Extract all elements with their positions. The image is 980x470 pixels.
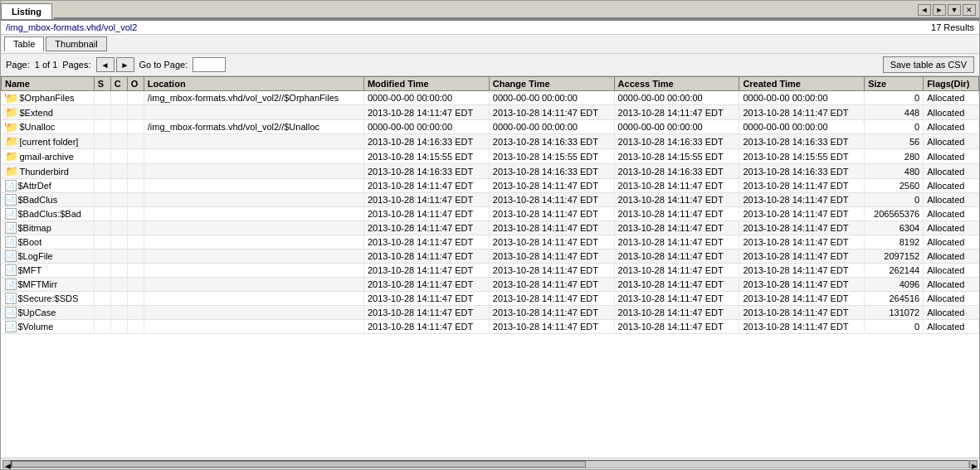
cell-name: 📄$AttrDef — [2, 179, 95, 193]
cell-s — [94, 164, 110, 179]
close-btn[interactable]: ✕ — [963, 4, 976, 16]
cell-change: 2013-10-28 14:16:33 EDT — [489, 164, 614, 179]
scroll-left-btn[interactable]: ◄ — [2, 460, 11, 468]
scroll-track[interactable] — [11, 460, 969, 468]
cell-modified: 2013-10-28 14:11:47 EDT — [363, 250, 489, 264]
cell-size: 0 — [865, 91, 924, 105]
table-row[interactable]: 📄$BadClus2013-10-28 14:11:47 EDT2013-10-… — [2, 193, 979, 207]
col-flags[interactable]: Flags(Dir) — [924, 77, 979, 91]
cell-flags: Allocated — [924, 120, 979, 134]
horizontal-scrollbar[interactable]: ◄ ► — [1, 458, 979, 469]
cell-s — [94, 193, 110, 207]
table-row[interactable]: 📄$Secure:$SDS2013-10-28 14:11:47 EDT2013… — [2, 292, 979, 306]
cell-access: 2013-10-28 14:11:47 EDT — [614, 250, 739, 264]
cell-change: 2013-10-28 14:11:47 EDT — [489, 235, 614, 250]
cell-size: 56 — [865, 134, 924, 149]
cell-o — [127, 91, 144, 105]
cell-change: 0000-00-00 00:00:00 — [489, 91, 614, 105]
table-row[interactable]: 📁 ! $Unalloc/img_mbox-formats.vhd/vol_vo… — [2, 120, 979, 134]
col-change[interactable]: Change Time — [489, 77, 614, 91]
col-s[interactable]: S — [94, 77, 110, 91]
cell-o — [127, 292, 144, 306]
col-o[interactable]: O — [127, 77, 144, 91]
col-name[interactable]: Name — [2, 77, 95, 91]
cell-size: 0 — [865, 193, 924, 207]
cell-name: 📄$Volume — [2, 320, 95, 334]
cell-location — [144, 278, 363, 292]
tab-bar: Listing ◄ ► ▼ ✕ — [1, 1, 979, 21]
cell-flags: Allocated — [924, 91, 979, 105]
cell-size: 0 — [865, 320, 924, 334]
table-row[interactable]: 📄$MFTMirr2013-10-28 14:11:47 EDT2013-10-… — [2, 278, 979, 292]
tab-thumbnail[interactable]: Thumbnail — [46, 36, 106, 51]
table-row[interactable]: 📄$LogFile2013-10-28 14:11:47 EDT2013-10-… — [2, 250, 979, 264]
cell-c — [110, 91, 127, 105]
cell-change: 2013-10-28 14:11:47 EDT — [489, 179, 614, 193]
cell-flags: Allocated — [924, 179, 979, 193]
minimize-btn[interactable]: ▼ — [948, 4, 961, 16]
cell-access: 2013-10-28 14:11:47 EDT — [614, 320, 739, 334]
table-row[interactable]: 📄$Boot2013-10-28 14:11:47 EDT2013-10-28 … — [2, 235, 979, 250]
table-row[interactable]: 📁gmail-archive2013-10-28 14:15:55 EDT201… — [2, 149, 979, 164]
cell-o — [127, 105, 144, 120]
nav-forward-btn[interactable]: ► — [933, 4, 946, 16]
table-row[interactable]: 📄$BadClus:$Bad2013-10-28 14:11:47 EDT201… — [2, 207, 979, 221]
cell-o — [127, 306, 144, 320]
cell-created: 2013-10-28 14:11:47 EDT — [739, 179, 865, 193]
cell-c — [110, 278, 127, 292]
cell-created: 2013-10-28 14:11:47 EDT — [739, 278, 865, 292]
cell-created: 2013-10-28 14:11:47 EDT — [739, 235, 865, 250]
col-location[interactable]: Location — [144, 77, 363, 91]
file-name: $MFTMirr — [18, 279, 58, 289]
table-row[interactable]: 📁$Extend2013-10-28 14:11:47 EDT2013-10-2… — [2, 105, 979, 120]
scroll-right-btn[interactable]: ► — [969, 460, 978, 468]
folder-icon: 📁 — [5, 135, 18, 148]
table-row[interactable]: 📁[current folder]2013-10-28 14:16:33 EDT… — [2, 134, 979, 149]
file-name: $LogFile — [18, 251, 53, 261]
table-row[interactable]: 📄$AttrDef2013-10-28 14:11:47 EDT2013-10-… — [2, 179, 979, 193]
table-row[interactable]: 📄$Bitmap2013-10-28 14:11:47 EDT2013-10-2… — [2, 221, 979, 235]
col-size[interactable]: Size — [865, 77, 924, 91]
cell-o — [127, 164, 144, 179]
tab-table[interactable]: Table — [4, 36, 44, 51]
prev-page-btn[interactable]: ◄ — [96, 57, 115, 72]
cell-access: 2013-10-28 14:11:47 EDT — [614, 179, 739, 193]
cell-access: 2013-10-28 14:11:47 EDT — [614, 193, 739, 207]
table-row[interactable]: 📁Thunderbird2013-10-28 14:16:33 EDT2013-… — [2, 164, 979, 179]
cell-name: 📁$Extend — [2, 105, 95, 120]
file-name: $Secure:$SDS — [18, 293, 79, 303]
table-row[interactable]: 📄$Volume2013-10-28 14:11:47 EDT2013-10-2… — [2, 320, 979, 334]
cell-name: 📄$Bitmap — [2, 221, 95, 235]
cell-name: 📁gmail-archive — [2, 149, 95, 164]
col-created[interactable]: Created Time — [739, 77, 865, 91]
cell-flags: Allocated — [924, 221, 979, 235]
cell-location — [144, 105, 363, 120]
file-name: $Unalloc — [20, 122, 56, 132]
cell-modified: 2013-10-28 14:15:55 EDT — [363, 149, 489, 164]
col-access[interactable]: Access Time — [614, 77, 739, 91]
cell-o — [127, 221, 144, 235]
table-row[interactable]: 📄$MFT2013-10-28 14:11:47 EDT2013-10-28 1… — [2, 264, 979, 278]
listing-tab[interactable]: Listing — [1, 3, 52, 19]
col-modified[interactable]: Modified Time — [363, 77, 489, 91]
cell-modified: 2013-10-28 14:11:47 EDT — [363, 105, 489, 120]
cell-change: 2013-10-28 14:11:47 EDT — [489, 250, 614, 264]
col-c[interactable]: C — [110, 77, 127, 91]
cell-location — [144, 221, 363, 235]
cell-location: /img_mbox-formats.vhd/vol_vol2//$OrphanF… — [144, 91, 363, 105]
next-page-btn[interactable]: ► — [116, 57, 134, 72]
table-row[interactable]: 📄$UpCase2013-10-28 14:11:47 EDT2013-10-2… — [2, 306, 979, 320]
cell-o — [127, 120, 144, 134]
table-row[interactable]: 📁 ! $OrphanFiles/img_mbox-formats.vhd/vo… — [2, 91, 979, 105]
cell-location — [144, 193, 363, 207]
cell-s — [94, 120, 110, 134]
cell-modified: 2013-10-28 14:16:33 EDT — [363, 134, 489, 149]
cell-modified: 2013-10-28 14:11:47 EDT — [363, 292, 489, 306]
goto-input[interactable] — [193, 57, 226, 72]
cell-access: 2013-10-28 14:11:47 EDT — [614, 105, 739, 120]
scroll-thumb[interactable] — [12, 461, 586, 468]
page-label: Page: — [6, 60, 30, 70]
cell-created: 2013-10-28 14:11:47 EDT — [739, 292, 865, 306]
save-csv-button[interactable]: Save table as CSV — [883, 56, 974, 73]
nav-back-btn[interactable]: ◄ — [918, 4, 931, 16]
